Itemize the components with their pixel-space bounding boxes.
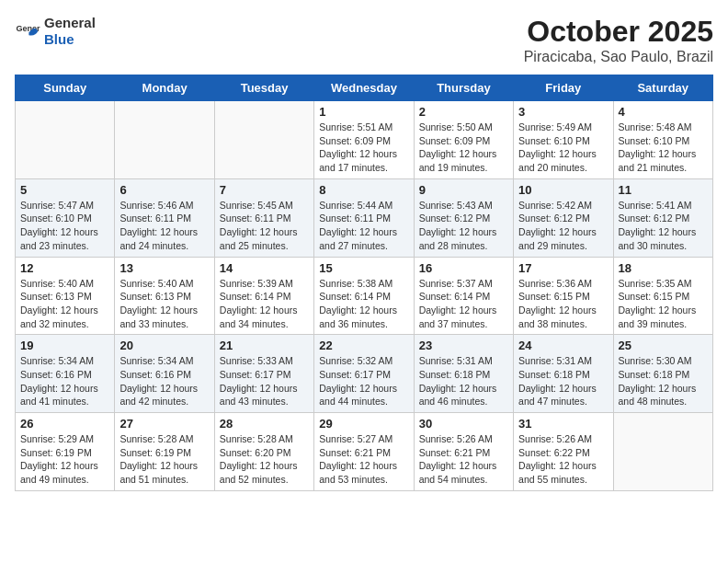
day-detail: Sunrise: 5:30 AMSunset: 6:18 PMDaylight:… (619, 354, 708, 408)
calendar-cell: 30Sunrise: 5:26 AMSunset: 6:21 PMDayligh… (414, 413, 513, 491)
calendar-cell: 19Sunrise: 5:34 AMSunset: 6:16 PMDayligh… (16, 335, 115, 413)
day-number: 5 (20, 183, 109, 197)
calendar-cell: 28Sunrise: 5:28 AMSunset: 6:20 PMDayligh… (214, 413, 313, 491)
day-detail: Sunrise: 5:39 AMSunset: 6:14 PMDaylight:… (220, 277, 309, 331)
day-detail: Sunrise: 5:34 AMSunset: 6:16 PMDaylight:… (119, 354, 209, 408)
day-number: 15 (319, 261, 408, 275)
calendar-header-tuesday: Tuesday (214, 75, 313, 101)
day-detail: Sunrise: 5:32 AMSunset: 6:17 PMDaylight:… (319, 354, 408, 408)
calendar-cell: 3Sunrise: 5:49 AMSunset: 6:10 PMDaylight… (514, 101, 613, 179)
calendar-cell: 25Sunrise: 5:30 AMSunset: 6:18 PMDayligh… (613, 335, 712, 413)
calendar-header-thursday: Thursday (414, 75, 513, 101)
day-detail: Sunrise: 5:48 AMSunset: 6:10 PMDaylight:… (619, 121, 708, 175)
day-number: 22 (319, 339, 408, 352)
calendar-header-wednesday: Wednesday (314, 75, 414, 101)
calendar-cell: 7Sunrise: 5:45 AMSunset: 6:11 PMDaylight… (214, 178, 313, 257)
calendar-cell: 9Sunrise: 5:43 AMSunset: 6:12 PMDaylight… (414, 178, 513, 257)
calendar-cell: 5Sunrise: 5:47 AMSunset: 6:10 PMDaylight… (16, 178, 115, 257)
calendar-table: SundayMondayTuesdayWednesdayThursdayFrid… (15, 75, 713, 491)
day-detail: Sunrise: 5:38 AMSunset: 6:14 PMDaylight:… (319, 277, 408, 331)
day-number: 20 (119, 339, 209, 352)
calendar-week-row: 26Sunrise: 5:29 AMSunset: 6:19 PMDayligh… (16, 413, 713, 491)
calendar-week-row: 12Sunrise: 5:40 AMSunset: 6:13 PMDayligh… (16, 257, 713, 335)
day-detail: Sunrise: 5:31 AMSunset: 6:18 PMDaylight:… (518, 354, 608, 408)
calendar-cell: 18Sunrise: 5:35 AMSunset: 6:15 PMDayligh… (613, 257, 712, 335)
calendar-week-row: 1Sunrise: 5:51 AMSunset: 6:09 PMDaylight… (16, 101, 713, 179)
day-number: 10 (518, 183, 608, 197)
calendar-cell (16, 101, 115, 179)
day-number: 8 (319, 183, 408, 197)
calendar-cell: 15Sunrise: 5:38 AMSunset: 6:14 PMDayligh… (314, 257, 414, 335)
calendar-cell: 12Sunrise: 5:40 AMSunset: 6:13 PMDayligh… (16, 257, 115, 335)
day-number: 21 (220, 339, 309, 352)
day-number: 23 (419, 339, 508, 352)
calendar-cell: 20Sunrise: 5:34 AMSunset: 6:16 PMDayligh… (115, 335, 214, 413)
calendar-cell: 21Sunrise: 5:33 AMSunset: 6:17 PMDayligh… (214, 335, 313, 413)
day-number: 18 (619, 261, 708, 275)
day-detail: Sunrise: 5:31 AMSunset: 6:18 PMDaylight:… (419, 354, 508, 408)
calendar-cell: 6Sunrise: 5:46 AMSunset: 6:11 PMDaylight… (115, 178, 214, 257)
calendar-cell: 8Sunrise: 5:44 AMSunset: 6:11 PMDaylight… (314, 178, 414, 257)
calendar-header-row: SundayMondayTuesdayWednesdayThursdayFrid… (16, 75, 713, 101)
calendar-week-row: 19Sunrise: 5:34 AMSunset: 6:16 PMDayligh… (16, 335, 713, 413)
calendar-cell: 11Sunrise: 5:41 AMSunset: 6:12 PMDayligh… (613, 178, 712, 257)
calendar-cell: 16Sunrise: 5:37 AMSunset: 6:14 PMDayligh… (414, 257, 513, 335)
day-detail: Sunrise: 5:40 AMSunset: 6:13 PMDaylight:… (119, 277, 209, 331)
calendar-cell (214, 101, 313, 179)
calendar-cell: 4Sunrise: 5:48 AMSunset: 6:10 PMDaylight… (613, 101, 712, 179)
day-number: 4 (619, 105, 708, 119)
day-detail: Sunrise: 5:36 AMSunset: 6:15 PMDaylight:… (518, 277, 608, 331)
day-detail: Sunrise: 5:28 AMSunset: 6:20 PMDaylight:… (220, 432, 309, 487)
day-detail: Sunrise: 5:41 AMSunset: 6:12 PMDaylight:… (619, 199, 708, 253)
day-detail: Sunrise: 5:26 AMSunset: 6:22 PMDaylight:… (518, 432, 608, 487)
calendar-cell (115, 101, 214, 179)
day-detail: Sunrise: 5:29 AMSunset: 6:19 PMDaylight:… (20, 432, 109, 487)
day-number: 28 (220, 417, 309, 431)
day-number: 25 (619, 339, 708, 352)
calendar-cell: 14Sunrise: 5:39 AMSunset: 6:14 PMDayligh… (214, 257, 313, 335)
calendar-cell: 27Sunrise: 5:28 AMSunset: 6:19 PMDayligh… (115, 413, 214, 491)
day-detail: Sunrise: 5:34 AMSunset: 6:16 PMDaylight:… (20, 354, 109, 408)
day-number: 11 (619, 183, 708, 197)
day-number: 3 (518, 105, 608, 119)
day-detail: Sunrise: 5:51 AMSunset: 6:09 PMDaylight:… (319, 121, 408, 175)
calendar-cell: 22Sunrise: 5:32 AMSunset: 6:17 PMDayligh… (314, 335, 414, 413)
calendar-cell (613, 413, 712, 491)
day-number: 27 (119, 417, 209, 431)
calendar-header-monday: Monday (115, 75, 214, 101)
day-detail: Sunrise: 5:35 AMSunset: 6:15 PMDaylight:… (619, 277, 708, 331)
day-number: 6 (119, 183, 209, 197)
day-detail: Sunrise: 5:40 AMSunset: 6:13 PMDaylight:… (20, 277, 109, 331)
day-detail: Sunrise: 5:43 AMSunset: 6:12 PMDaylight:… (419, 199, 508, 253)
day-detail: Sunrise: 5:33 AMSunset: 6:17 PMDaylight:… (220, 354, 309, 408)
day-detail: Sunrise: 5:46 AMSunset: 6:11 PMDaylight:… (119, 199, 209, 253)
calendar-cell: 1Sunrise: 5:51 AMSunset: 6:09 PMDaylight… (314, 101, 414, 179)
day-detail: Sunrise: 5:27 AMSunset: 6:21 PMDaylight:… (319, 432, 408, 487)
calendar-header-sunday: Sunday (16, 75, 115, 101)
calendar-cell: 13Sunrise: 5:40 AMSunset: 6:13 PMDayligh… (115, 257, 214, 335)
logo-icon: General (15, 18, 40, 44)
day-detail: Sunrise: 5:42 AMSunset: 6:12 PMDaylight:… (518, 199, 608, 253)
calendar-cell: 2Sunrise: 5:50 AMSunset: 6:09 PMDaylight… (414, 101, 513, 179)
day-number: 19 (20, 339, 109, 352)
day-number: 24 (518, 339, 608, 352)
month-title: October 2025 (524, 15, 713, 49)
day-number: 29 (319, 417, 408, 431)
title-area: October 2025 Piracicaba, Sao Paulo, Braz… (524, 15, 713, 65)
day-number: 26 (20, 417, 109, 431)
day-detail: Sunrise: 5:28 AMSunset: 6:19 PMDaylight:… (119, 432, 209, 487)
day-number: 2 (419, 105, 508, 119)
calendar-cell: 31Sunrise: 5:26 AMSunset: 6:22 PMDayligh… (514, 413, 613, 491)
day-detail: Sunrise: 5:47 AMSunset: 6:10 PMDaylight:… (20, 199, 109, 253)
day-detail: Sunrise: 5:37 AMSunset: 6:14 PMDaylight:… (419, 277, 508, 331)
day-number: 31 (518, 417, 608, 431)
logo-blue: Blue (44, 31, 74, 47)
day-number: 7 (220, 183, 309, 197)
calendar-cell: 24Sunrise: 5:31 AMSunset: 6:18 PMDayligh… (514, 335, 613, 413)
day-number: 12 (20, 261, 109, 275)
calendar-cell: 29Sunrise: 5:27 AMSunset: 6:21 PMDayligh… (314, 413, 414, 491)
calendar-cell: 17Sunrise: 5:36 AMSunset: 6:15 PMDayligh… (514, 257, 613, 335)
day-detail: Sunrise: 5:45 AMSunset: 6:11 PMDaylight:… (220, 199, 309, 253)
calendar-cell: 10Sunrise: 5:42 AMSunset: 6:12 PMDayligh… (514, 178, 613, 257)
header: General General Blue October 2025 Piraci… (15, 15, 713, 65)
